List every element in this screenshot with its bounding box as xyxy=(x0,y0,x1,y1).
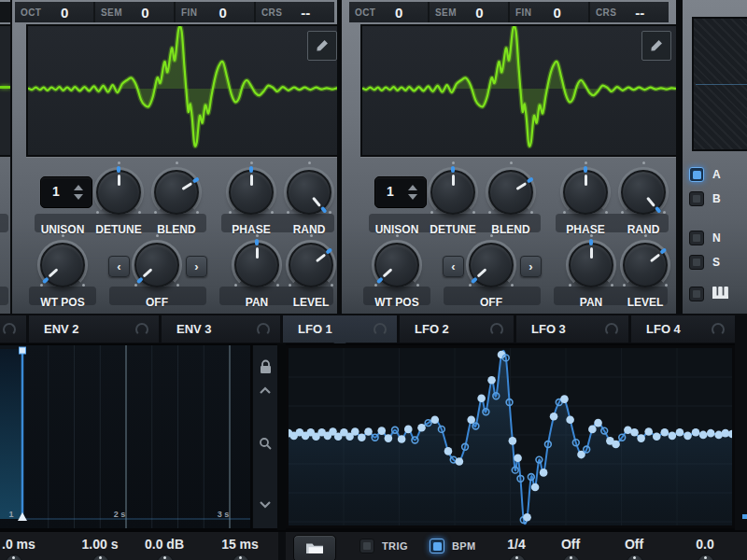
osc-coarse-field[interactable]: CRS-- xyxy=(590,2,669,22)
unison-value: 1 xyxy=(52,184,60,199)
stepper-down-icon[interactable] xyxy=(408,194,417,200)
trig-checkbox[interactable] xyxy=(359,539,374,553)
phase-label: PHASE xyxy=(566,223,604,236)
unison-stepper[interactable]: 1 xyxy=(40,176,92,208)
lfo-preset-folder-button[interactable] xyxy=(293,535,336,560)
osc-semitone-field[interactable]: SEM0 xyxy=(95,2,174,22)
knob-wt-pos[interactable] xyxy=(372,240,422,290)
a-checkbox[interactable] xyxy=(689,167,704,182)
lfo-value-0[interactable]: 1/4 xyxy=(507,537,525,552)
field-label: FIN xyxy=(515,7,531,18)
lfo-value-2[interactable]: Off xyxy=(625,537,643,552)
envelope-display[interactable]: 12 s3 s xyxy=(0,345,250,528)
knob-phase[interactable] xyxy=(560,167,611,217)
tab-lfo-1[interactable]: LFO 1 xyxy=(283,315,397,343)
osc-toggle-n[interactable]: N xyxy=(689,231,721,245)
field-label: OCT xyxy=(21,7,41,18)
b-checkbox[interactable] xyxy=(689,191,704,206)
lfo-value-3[interactable]: 0.0 xyxy=(696,537,713,552)
lfo-mini-knob-3[interactable] xyxy=(698,554,714,560)
osc-fine-field[interactable]: FIN0 xyxy=(176,2,254,22)
unison-stepper[interactable]: 1 xyxy=(374,176,427,208)
pan-label: PAN xyxy=(246,296,268,309)
tab-env-3[interactable]: ENV 3 xyxy=(162,315,280,343)
wavetable-prev-button[interactable]: ‹ xyxy=(108,256,130,277)
lock-icon[interactable] xyxy=(253,359,277,375)
knob-pan[interactable] xyxy=(232,240,282,290)
unison-value: 1 xyxy=(387,184,394,199)
wavetable-edit-button[interactable] xyxy=(641,31,671,61)
stepper-down-icon[interactable] xyxy=(74,194,83,200)
mod-amount-arc-icon xyxy=(605,323,618,336)
osc-toggle-s[interactable]: S xyxy=(689,255,720,270)
osc-fine-field[interactable]: FIN0 xyxy=(510,2,588,22)
env-mini-knob-3[interactable] xyxy=(233,554,249,560)
chevron-up-icon[interactable] xyxy=(253,386,277,395)
stepper-up-icon[interactable] xyxy=(408,185,417,190)
knob-level[interactable] xyxy=(286,240,336,290)
knob-pan[interactable] xyxy=(566,240,616,290)
wavetable-display[interactable] xyxy=(360,24,678,157)
tab-lfo-4[interactable]: LFO 4 xyxy=(631,315,735,343)
env-mini-knob-1[interactable] xyxy=(92,554,109,560)
osc-toggle-a[interactable]: A xyxy=(689,167,721,182)
field-label: FIN xyxy=(181,7,197,18)
bpm-toggle[interactable]: BPM xyxy=(430,539,476,553)
knob-detune[interactable] xyxy=(93,167,144,217)
tab-lfo-3[interactable]: LFO 3 xyxy=(516,315,628,343)
knob-detune[interactable] xyxy=(428,167,478,217)
left-panel-sliver xyxy=(0,0,10,314)
n-checkbox[interactable] xyxy=(689,231,704,245)
svg-text:3 s: 3 s xyxy=(218,510,230,519)
tab-env-2[interactable]: ENV 2 xyxy=(29,315,159,343)
env-mini-knob-0[interactable] xyxy=(6,554,22,560)
tab-label: LFO 1 xyxy=(298,322,332,336)
env-value-0[interactable]: .0 ms xyxy=(2,537,35,552)
env-value-1[interactable]: 1.00 s xyxy=(82,537,119,552)
lfo-mini-knob-2[interactable] xyxy=(627,554,643,560)
osc-semitone-field[interactable]: SEM0 xyxy=(430,2,508,22)
bpm-checkbox[interactable] xyxy=(430,539,444,553)
knob-blend[interactable] xyxy=(486,167,536,217)
chevron-down-icon[interactable] xyxy=(253,500,277,509)
tab-lfo-2[interactable]: LFO 2 xyxy=(400,315,514,343)
toggle-label: A xyxy=(712,168,721,181)
knob-phase[interactable] xyxy=(226,167,276,217)
knob-off[interactable] xyxy=(466,240,516,290)
env-value-3[interactable]: 15 ms xyxy=(221,537,259,552)
oscillator-b-panel: OCT0SEM0FIN0CRS-- 1UNISONDETUNEBLENDPHAS… xyxy=(342,0,676,314)
knob-blend[interactable] xyxy=(151,167,202,217)
keyboard-checkbox[interactable] xyxy=(689,287,704,301)
magnifier-icon[interactable] xyxy=(253,437,277,451)
osc-octave-field[interactable]: OCT0 xyxy=(349,2,428,22)
knob-off[interactable] xyxy=(132,240,182,290)
lfo-mini-knob-0[interactable] xyxy=(509,554,526,560)
stepper-up-icon[interactable] xyxy=(74,185,83,190)
lfo-editor-display[interactable] xyxy=(286,345,735,528)
wavetable-next-button[interactable]: › xyxy=(520,256,542,277)
wavetable-display[interactable] xyxy=(26,24,344,157)
knob-level[interactable] xyxy=(620,240,670,290)
trig-toggle[interactable]: TRIG xyxy=(359,539,408,553)
lfo-value-1[interactable]: Off xyxy=(561,537,580,552)
wavetable-prev-button[interactable]: ‹ xyxy=(443,256,464,277)
tab-label: ENV 3 xyxy=(176,322,212,336)
lfo-mini-knob-1[interactable] xyxy=(563,554,580,560)
osc-toggle-b[interactable]: B xyxy=(689,191,721,206)
osc-octave-field[interactable]: OCT0 xyxy=(15,2,93,22)
knob-wt-pos[interactable] xyxy=(37,240,88,290)
knob-rand[interactable] xyxy=(618,167,669,217)
env-mini-knob-2[interactable] xyxy=(157,554,174,560)
osc-coarse-field[interactable]: CRS-- xyxy=(256,2,334,22)
svg-text:1: 1 xyxy=(8,510,13,519)
wavetable-edit-button[interactable] xyxy=(307,31,337,61)
wavetable-next-button[interactable]: › xyxy=(186,256,207,277)
tab-label: LFO 2 xyxy=(415,322,449,336)
knob-rand[interactable] xyxy=(284,167,334,217)
s-checkbox[interactable] xyxy=(689,255,704,270)
bpm-label: BPM xyxy=(452,540,476,552)
env-value-2[interactable]: 0.0 dB xyxy=(145,537,184,552)
field-value: 0 xyxy=(457,5,502,21)
tab-partial[interactable] xyxy=(0,315,26,343)
osc-toggle-keyboard[interactable] xyxy=(689,286,728,302)
